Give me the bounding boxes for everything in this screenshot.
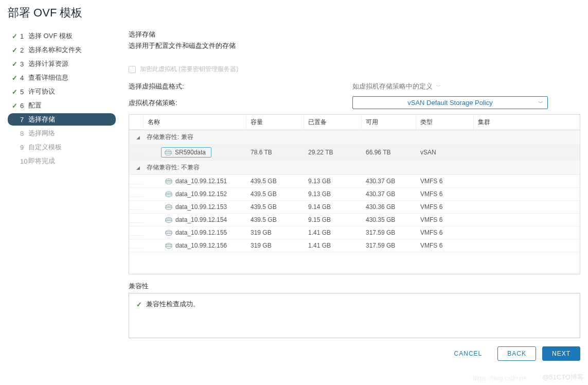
check-icon: ✓ [136, 301, 142, 308]
check-icon: ✓ [12, 88, 20, 96]
back-button[interactable]: BACK [497, 346, 536, 361]
encrypt-label: 加密此虚拟机 (需要密钥管理服务器) [140, 65, 238, 74]
step-label: 即将完成 [28, 156, 55, 166]
step-label: 查看详细信息 [28, 73, 68, 82]
triangle-down-icon: ◢ [136, 135, 142, 140]
table-row[interactable]: data_10.99.12.154439.5 GB9.15 GB430.35 G… [129, 214, 580, 226]
check-icon: ✓ [12, 32, 20, 40]
wizard-step-4[interactable]: ✓4查看详细信息 [8, 72, 116, 84]
table-row[interactable]: data_10.99.12.153439.5 GB9.14 GB430.36 G… [129, 201, 580, 214]
wizard-step-8: ✓8选择网络 [8, 127, 116, 139]
table-group[interactable]: ◢存储兼容性: 兼容 [129, 130, 580, 145]
wizard-step-10: ✓10即将完成 [8, 155, 116, 167]
disk-format-label: 选择虚拟磁盘格式: [129, 82, 352, 91]
section-heading: 选择存储 [129, 30, 580, 39]
check-icon: ✓ [12, 74, 20, 82]
disk-format-select[interactable]: 如虚拟机存储策略中的定义 ﹀ [352, 82, 441, 91]
checkbox-icon [129, 66, 136, 73]
wizard-step-5[interactable]: ✓5许可协议 [8, 85, 116, 98]
datastore-icon [165, 217, 172, 223]
check-icon: ✓ [12, 46, 20, 54]
encrypt-vm-option: 加密此虚拟机 (需要密钥管理服务器) [129, 60, 580, 74]
col-cluster[interactable]: 集群 [474, 115, 580, 130]
step-label: 许可协议 [28, 87, 55, 96]
wizard-step-7[interactable]: ✓7选择存储 [8, 113, 116, 126]
table-row[interactable]: SR590data78.6 TB29.22 TB66.96 TBvSAN [129, 145, 580, 161]
compat-label: 兼容性 [129, 282, 580, 291]
datastore-icon [165, 204, 172, 210]
step-label: 选择网络 [28, 129, 55, 138]
step-label: 选择计算资源 [28, 59, 68, 68]
step-label: 配置 [28, 101, 42, 110]
table-group[interactable]: ◢存储兼容性: 不兼容 [129, 161, 580, 175]
col-provisioned[interactable]: 已置备 [304, 115, 362, 130]
col-free[interactable]: 可用 [362, 115, 416, 130]
col-name[interactable]: 名称 [144, 115, 246, 130]
cancel-button[interactable]: CANCEL [445, 346, 492, 361]
table-row[interactable]: data_10.99.12.155319 GB1.41 GB317.59 GBV… [129, 226, 580, 239]
datastore-icon [165, 230, 172, 236]
wizard-step-9: ✓9自定义模板 [8, 141, 116, 153]
table-header: 名称 容量 已置备 可用 类型 集群 [129, 115, 580, 130]
wizard-step-1[interactable]: ✓1选择 OVF 模板 [8, 30, 116, 42]
wizard-step-3[interactable]: ✓3选择计算资源 [8, 58, 116, 70]
chevron-down-icon: ﹀ [538, 99, 543, 107]
step-label: 选择名称和文件夹 [28, 45, 82, 55]
datastore-icon [165, 191, 172, 197]
table-row[interactable]: data_10.99.12.152439.5 GB9.13 GB430.37 G… [129, 188, 580, 201]
compat-message: 兼容性检查成功。 [146, 300, 200, 309]
datastore-icon [165, 150, 172, 155]
wizard-step-6[interactable]: ✓6配置 [8, 99, 116, 112]
step-label: 自定义模板 [28, 143, 62, 152]
table-row[interactable]: data_10.99.12.156319 GB1.41 GB317.59 GBV… [129, 239, 580, 252]
col-type[interactable]: 类型 [416, 115, 474, 130]
step-label: 选择存储 [28, 115, 55, 124]
triangle-down-icon: ◢ [136, 165, 142, 170]
datastore-icon [165, 179, 172, 184]
storage-policy-label: 虚拟机存储策略: [129, 98, 352, 108]
wizard-step-2[interactable]: ✓2选择名称和文件夹 [8, 44, 116, 56]
table-row[interactable]: data_10.99.12.151439.5 GB9.13 GB430.37 G… [129, 175, 580, 188]
next-button[interactable]: NEXT [542, 346, 580, 361]
datastore-icon [165, 243, 172, 249]
col-capacity[interactable]: 容量 [246, 115, 304, 130]
footer: CANCEL BACK NEXT [129, 338, 580, 366]
page-title: 部署 OVF 模板 [8, 0, 580, 30]
datastore-table: 名称 容量 已置备 可用 类型 集群 ◢存储兼容性: 兼容SR590data78… [129, 114, 580, 274]
check-icon: ✓ [12, 60, 20, 68]
wizard-steps: ✓1选择 OVF 模板✓2选择名称和文件夹✓3选择计算资源✓4查看详细信息✓5许… [8, 30, 116, 385]
section-subheading: 选择用于配置文件和磁盘文件的存储 [129, 41, 580, 50]
compat-box: ✓ 兼容性检查成功。 [129, 293, 580, 338]
check-icon: ✓ [12, 102, 20, 110]
storage-policy-select[interactable]: vSAN Default Storage Policy ﹀ [352, 96, 548, 109]
chevron-down-icon: ﹀ [436, 83, 441, 90]
step-label: 选择 OVF 模板 [28, 31, 73, 41]
